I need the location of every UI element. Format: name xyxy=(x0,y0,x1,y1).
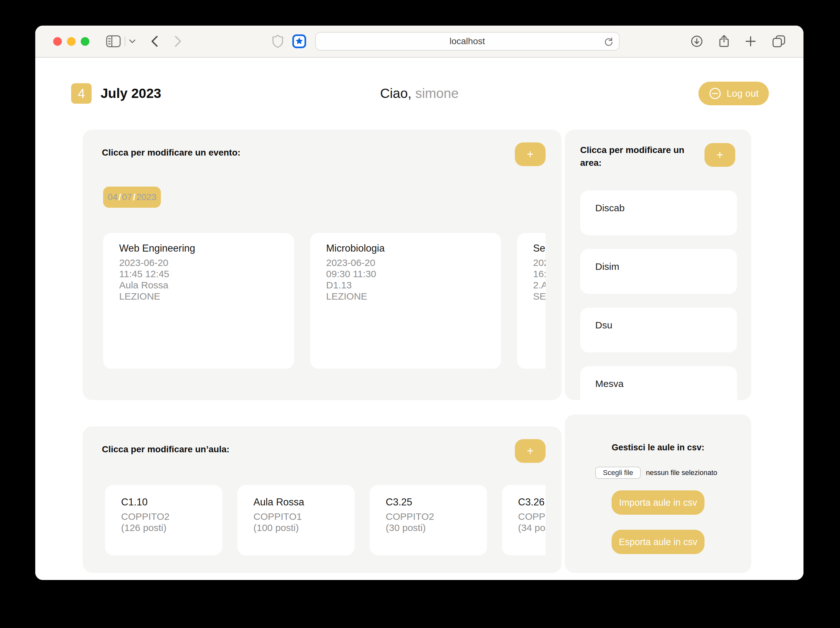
areas-panel-title: Clicca per modificare un area: xyxy=(580,144,686,169)
share-button[interactable] xyxy=(719,35,729,48)
event-room: 2.Au xyxy=(533,279,546,291)
chevron-right-icon xyxy=(175,36,182,47)
aula-card[interactable]: C3.25 COPPITO2 (30 posti) xyxy=(370,485,487,556)
event-time: 16:0 xyxy=(533,268,546,279)
back-button[interactable] xyxy=(151,36,158,47)
event-card[interactable]: Web Engineering 2023-06-20 11:45 12:45 A… xyxy=(103,233,294,369)
aula-building: COPPITO2 xyxy=(121,511,222,522)
downloads-button[interactable] xyxy=(691,35,703,47)
aula-card[interactable]: C1.10 COPPITO2 (126 posti) xyxy=(105,485,222,556)
event-card[interactable]: Microbiologia 2023-06-20 09:30 11:30 D1.… xyxy=(310,233,501,369)
event-date: 2023-06-20 xyxy=(326,257,501,268)
areas-panel: Clicca per modificare un area: + Discab … xyxy=(565,130,751,400)
plus-icon xyxy=(745,36,756,47)
logout-button[interactable]: Log out xyxy=(698,82,769,105)
add-area-button[interactable]: + xyxy=(704,143,735,167)
event-title: Sem xyxy=(533,242,546,254)
greeting-username: simone xyxy=(415,86,458,101)
aula-name: C3.26 xyxy=(518,496,546,508)
aule-panel: Clicca per modificare un’aula: + C1.10 C… xyxy=(83,427,562,573)
events-panel: Clicca per modificare un evento: + 04 / … xyxy=(83,130,562,400)
traffic-lights xyxy=(53,37,89,46)
url-text: localhost xyxy=(450,36,485,46)
event-cards-row: Web Engineering 2023-06-20 11:45 12:45 A… xyxy=(83,233,546,369)
minus-circle-icon xyxy=(709,87,722,100)
forward-button[interactable] xyxy=(175,36,182,47)
event-date: 2023-06-20 xyxy=(119,257,294,268)
sidebar-menu-button[interactable] xyxy=(129,39,136,43)
date-year: 2023 xyxy=(136,192,156,202)
new-tab-button[interactable] xyxy=(745,36,756,47)
reload-icon xyxy=(603,36,614,47)
zoom-button[interactable] xyxy=(81,37,89,46)
event-room: Aula Rossa xyxy=(119,279,294,291)
aula-capacity: (34 post xyxy=(518,522,546,533)
aula-name: C1.10 xyxy=(121,496,222,508)
export-csv-button[interactable]: Esporta aule in csv xyxy=(611,530,704,554)
aula-capacity: (126 posti) xyxy=(121,522,222,533)
area-list: Discab Disim Dsu Mesva xyxy=(580,190,737,400)
tab-overview-button[interactable] xyxy=(772,35,786,48)
sidebar-toggle-button[interactable] xyxy=(106,35,121,47)
events-panel-title: Clicca per modificare un evento: xyxy=(102,148,241,158)
greeting: Ciao, simone xyxy=(35,86,804,101)
event-room: D1.13 xyxy=(326,279,501,291)
event-time: 09:30 11:30 xyxy=(326,268,501,279)
area-card[interactable]: Mesva xyxy=(580,366,737,400)
toolbar-divider xyxy=(125,36,125,46)
date-separator: / xyxy=(132,192,136,202)
add-event-button[interactable]: + xyxy=(515,142,546,166)
aula-building: COPPIT xyxy=(518,511,546,522)
aula-cards-row: C1.10 COPPITO2 (126 posti) Aula Rossa CO… xyxy=(83,485,546,556)
date-separator: / xyxy=(118,192,122,202)
aula-building: COPPITO2 xyxy=(386,511,487,522)
aula-card[interactable]: C3.26 COPPIT (34 post xyxy=(502,485,546,556)
aula-name: Aula Rossa xyxy=(253,496,355,508)
aula-name: C3.25 xyxy=(386,496,487,508)
choose-file-button[interactable]: Scegli file xyxy=(595,467,641,479)
event-type: SEM xyxy=(533,291,546,302)
area-card[interactable]: Disim xyxy=(580,249,737,294)
browser-window: localhost xyxy=(35,25,804,580)
event-title: Microbiologia xyxy=(326,242,501,254)
logout-label: Log out xyxy=(726,88,759,99)
event-title: Web Engineering xyxy=(119,242,294,254)
aula-building: COPPITO1 xyxy=(253,511,355,522)
event-time: 11:45 12:45 xyxy=(119,268,294,279)
import-csv-button[interactable]: Importa aule in csv xyxy=(611,490,704,515)
event-date-input[interactable]: 04 / 07 / 2023 xyxy=(103,187,161,208)
sidebar-icon xyxy=(106,35,121,47)
greeting-prefix: Ciao, xyxy=(380,86,411,101)
extension-button[interactable] xyxy=(292,34,306,48)
reload-button[interactable] xyxy=(603,36,614,47)
privacy-report-button[interactable] xyxy=(272,35,283,48)
address-bar[interactable]: localhost xyxy=(315,32,620,50)
browser-toolbar: localhost xyxy=(35,25,804,58)
csv-panel: Gestisci le aule in csv: Scegli file nes… xyxy=(565,414,751,573)
file-input-row: Scegli file nessun file selezionato xyxy=(595,467,751,479)
aula-card[interactable]: Aula Rossa COPPITO1 (100 posti) xyxy=(237,485,355,556)
event-type: LEZIONE xyxy=(326,291,501,302)
area-card[interactable]: Discab xyxy=(580,190,737,235)
chevron-left-icon xyxy=(151,36,158,47)
aula-capacity: (100 posti) xyxy=(253,522,355,533)
aula-capacity: (30 posti) xyxy=(386,522,487,533)
minimize-button[interactable] xyxy=(67,37,76,46)
page-header: 4 July 2023 Ciao, simone Log out xyxy=(35,81,804,106)
tabs-icon xyxy=(772,35,786,48)
event-type: LEZIONE xyxy=(119,291,294,302)
file-status-text: nessun file selezionato xyxy=(646,469,717,477)
share-icon xyxy=(719,35,729,48)
close-button[interactable] xyxy=(53,37,62,46)
csv-panel-title: Gestisci le aule in csv: xyxy=(565,443,751,453)
add-aula-button[interactable]: + xyxy=(515,439,546,463)
bookmark-star-icon xyxy=(292,34,306,48)
area-card[interactable]: Dsu xyxy=(580,308,737,353)
download-icon xyxy=(691,35,703,47)
page-content: 4 July 2023 Ciao, simone Log out Clicca … xyxy=(35,58,804,580)
aule-panel-title: Clicca per modificare un’aula: xyxy=(102,444,229,455)
date-month: 07 xyxy=(122,192,132,202)
shield-icon xyxy=(272,35,283,48)
event-card[interactable]: Sem 2023 16:0 2.Au SEM xyxy=(517,233,546,369)
date-day: 04 xyxy=(107,192,118,202)
